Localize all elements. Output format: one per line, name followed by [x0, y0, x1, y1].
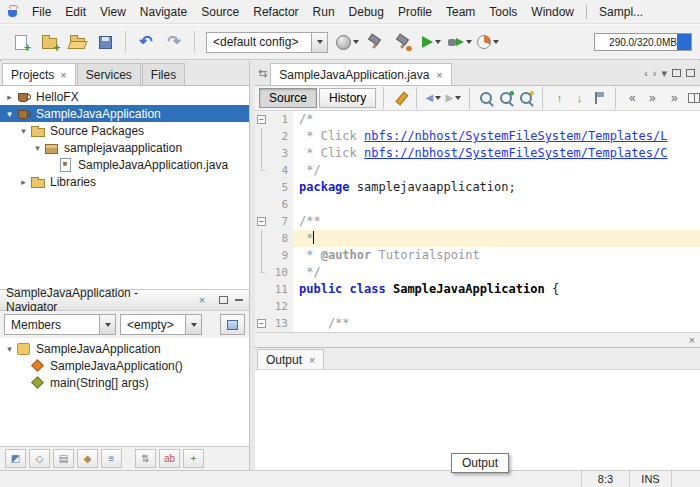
find-selection-icon[interactable] [477, 89, 495, 108]
menu-item-debug[interactable]: Debug [342, 1, 391, 23]
fold-toggle-icon[interactable]: − [257, 217, 266, 226]
fold-gutter[interactable]: − [255, 315, 268, 332]
find-occurrences-icon[interactable] [497, 89, 515, 108]
restore-group-icon[interactable] [672, 69, 681, 77]
run-project-icon[interactable] [418, 29, 444, 55]
menu-item-navigate[interactable]: Navigate [133, 1, 194, 23]
output-tab-close-icon[interactable]: × [309, 355, 315, 366]
code-line[interactable]: 3 * Click nbfs://nbhost/SystemFileSystem… [255, 145, 700, 162]
build-project-icon[interactable] [362, 29, 388, 55]
menu-item-team[interactable]: Team [439, 1, 482, 23]
menu-item-run[interactable]: Run [306, 1, 342, 23]
shift-right-icon[interactable]: » [643, 89, 661, 108]
menu-item-view[interactable]: View [93, 1, 133, 23]
code-line[interactable]: −13 /** [255, 315, 700, 332]
history-button[interactable]: History [319, 88, 376, 108]
tree-item-source-packages[interactable]: ▾Source Packages [0, 122, 249, 139]
debug-project-icon[interactable] [446, 29, 473, 55]
code-line[interactable]: 11public class SampleJavaApplication { [255, 281, 700, 298]
navigator-minimize-icon[interactable] [235, 299, 243, 301]
fold-gutter[interactable]: − [255, 213, 268, 230]
tree-item-samplejavaapplication-java[interactable]: SampleJavaApplication.java [0, 156, 249, 173]
fold-toggle-icon[interactable]: − [257, 115, 266, 124]
show-inherited-filter-icon[interactable]: ◩ [5, 449, 26, 468]
shift-left-icon[interactable]: « [623, 89, 641, 108]
browser-icon[interactable] [334, 29, 360, 55]
editor-tab-close-icon[interactable]: × [436, 70, 442, 81]
menu-item-file[interactable]: File [25, 1, 58, 23]
last-edit-icon[interactable] [391, 89, 409, 108]
show-fields-filter-icon[interactable]: ◇ [29, 449, 50, 468]
memory-gauge[interactable]: 290.0/320.0MB [594, 33, 692, 51]
profile-project-icon[interactable] [475, 29, 501, 55]
output-tab[interactable]: Output × [257, 349, 324, 369]
clean-build-project-icon[interactable] [390, 29, 416, 55]
tree-expanded-arrow-icon[interactable]: ▾ [31, 143, 44, 153]
tree-collapsed-arrow-icon[interactable]: ▸ [17, 177, 30, 187]
code-line[interactable]: 5package samplejavaapplication; [255, 179, 700, 196]
tree-expanded-arrow-icon[interactable]: ▾ [3, 344, 16, 354]
navigator-tree[interactable]: ▾SampleJavaApplicationSampleJavaApplicat… [0, 338, 249, 446]
menu-item-sampl[interactable]: Sampl... [592, 1, 650, 23]
chevron-down-icon[interactable] [185, 315, 201, 334]
tree-item-hellofx[interactable]: ▸HelloFX [0, 88, 249, 105]
show-static-filter-icon[interactable]: ▤ [53, 449, 74, 468]
editor-tab[interactable]: SampleJavaApplication.java × [270, 63, 452, 85]
previous-bookmark-icon[interactable]: ↑ [550, 89, 568, 108]
open-project-icon[interactable] [64, 29, 90, 55]
dropdown-arrow-icon[interactable] [466, 40, 472, 44]
chevron-down-icon[interactable] [311, 33, 327, 52]
source-button[interactable]: Source [259, 88, 317, 108]
menu-item-refactor[interactable]: Refactor [246, 1, 305, 23]
navigator-close-icon[interactable]: × [199, 295, 205, 306]
dropdown-arrow-icon[interactable] [435, 40, 441, 44]
forward-icon[interactable]: ▶ [444, 89, 462, 108]
toggle-bookmark-icon[interactable] [590, 89, 608, 108]
dropdown-arrow-icon[interactable] [455, 96, 461, 100]
tree-item-main-string-args[interactable]: main(String[] args) [0, 374, 249, 391]
navigator-view-button[interactable] [220, 314, 245, 335]
fully-qualified-names-filter-icon[interactable]: ab [159, 449, 180, 468]
close-icon[interactable]: × [60, 70, 66, 81]
code-line[interactable]: −1/* [255, 111, 700, 128]
dropdown-arrow-icon[interactable] [493, 40, 499, 44]
menu-item-tools[interactable]: Tools [482, 1, 524, 23]
tree-item-samplejavaapplication[interactable]: ▾samplejavaapplication [0, 139, 249, 156]
strip-close-icon[interactable]: × [689, 335, 695, 346]
code-line[interactable]: 10 */ [255, 264, 700, 281]
scroll-tabs-right-icon[interactable]: › [653, 68, 657, 79]
tab-projects[interactable]: Projects× [2, 63, 76, 85]
redo-icon[interactable]: ↷ [161, 29, 187, 55]
code-line[interactable]: 2 * Click nbfs://nbhost/SystemFileSystem… [255, 128, 700, 145]
tab-files[interactable]: Files [142, 63, 185, 85]
code-line[interactable]: 4 */ [255, 162, 700, 179]
back-icon[interactable]: ◀ [424, 89, 442, 108]
toggle-highlight-icon[interactable] [517, 89, 535, 108]
scroll-tabs-left-icon[interactable]: ‹ [644, 68, 648, 79]
sort-by-name-filter-icon[interactable]: ≡ [101, 449, 122, 468]
members-filter-dropdown[interactable]: Members [4, 314, 116, 335]
overflow-icon[interactable]: » [665, 89, 683, 108]
tree-item-samplejavaapplication[interactable]: SampleJavaApplication() [0, 357, 249, 374]
undo-icon[interactable]: ↶ [133, 29, 159, 55]
show-non-public-filter-icon[interactable]: ◆ [77, 449, 98, 468]
secondary-filter-dropdown[interactable]: <empty> [120, 314, 202, 335]
fold-gutter[interactable]: − [255, 111, 268, 128]
tree-collapsed-arrow-icon[interactable]: ▸ [3, 92, 16, 102]
tree-expanded-arrow-icon[interactable]: ▾ [3, 109, 16, 119]
tree-expanded-arrow-icon[interactable]: ▾ [17, 126, 30, 136]
menu-item-source[interactable]: Source [194, 1, 246, 23]
split-icon[interactable] [685, 89, 700, 108]
config-dropdown[interactable]: <default config> [206, 32, 328, 53]
tree-item-samplejavaapplication[interactable]: ▾SampleJavaApplication [0, 340, 249, 357]
code-line[interactable]: 12 [255, 298, 700, 315]
code-line[interactable]: 6 [255, 196, 700, 213]
editor-code-area[interactable]: −1/*2 * Click nbfs://nbhost/SystemFileSy… [255, 111, 700, 332]
code-line[interactable]: −7/** [255, 213, 700, 230]
next-bookmark-icon[interactable]: ↓ [570, 89, 588, 108]
expand-all-filter-icon[interactable]: + [183, 449, 204, 468]
tab-dropdown-icon[interactable]: ▾ [661, 68, 667, 79]
chevron-down-icon[interactable] [99, 315, 115, 334]
navigator-float-icon[interactable] [219, 296, 228, 304]
code-line[interactable]: 8 * [255, 230, 700, 247]
